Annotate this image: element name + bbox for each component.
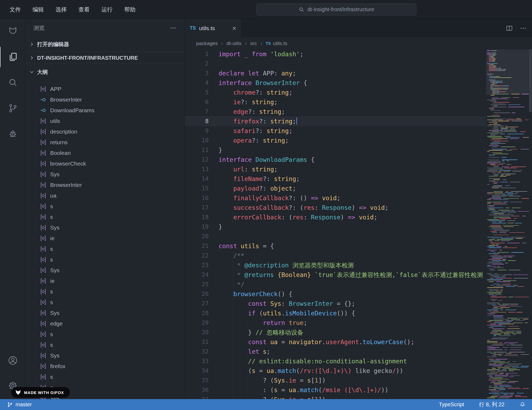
outline-item-s[interactable]: s [25, 372, 185, 382]
outline-item-browserCheck[interactable]: browserCheck [25, 158, 185, 169]
code-line-5[interactable]: 5 chrome?: string; [185, 88, 486, 97]
menu-item-5[interactable]: 帮助 [118, 0, 141, 19]
code-line-7[interactable]: 7 edge?: string; [185, 107, 486, 116]
outline-item-Sys[interactable]: Sys [25, 265, 185, 276]
code-line-24[interactable]: 24 * @returns {Boolean} `true`表示通过兼容性检测,… [185, 270, 486, 280]
code-line-30[interactable]: 30 } // 忽略移动设备 [185, 328, 486, 337]
code-line-28[interactable]: 28 if (utils.isMobileDevice()) { [185, 308, 486, 318]
outline-item-BrowserInter[interactable]: BrowserInter [25, 180, 185, 190]
outline-item-s[interactable]: s [25, 297, 185, 308]
outline-item-s[interactable]: s [25, 340, 185, 350]
outline-item-ie[interactable]: ie [25, 276, 185, 286]
outline-item-s[interactable]: s [25, 201, 185, 212]
menu-item-4[interactable]: 运行 [96, 0, 118, 19]
code-line-27[interactable]: 27 const Sys: BrowserInter = {}; [185, 299, 486, 308]
code-line-33[interactable]: 33 // eslint:disable:no-conditional-assi… [185, 356, 486, 366]
outline-item-firefox[interactable]: firefox [25, 361, 185, 372]
code-line-19[interactable]: 19} [185, 222, 486, 232]
code-line-32[interactable]: 32 let s; [185, 347, 486, 356]
code-line-15[interactable]: 15 payload?: object; [185, 184, 486, 193]
breadcrumb-item-packages[interactable]: packages [196, 41, 218, 46]
code-line-6[interactable]: 6 ie?: string; [185, 97, 486, 107]
code-line-16[interactable]: 16 finallyCallback?: () => void; [185, 193, 486, 203]
outline-item-ie[interactable]: ie [25, 233, 185, 244]
menu-item-2[interactable]: 选择 [50, 0, 73, 19]
code-line-18[interactable]: 18 errorCallback: (res: Response) => voi… [185, 212, 486, 222]
cursor-position[interactable]: 行 8, 列 22 [479, 401, 505, 408]
outline-item-returns[interactable]: returns [25, 137, 185, 148]
outline-item-edge[interactable]: edge [25, 318, 185, 329]
outline-item-Boolean[interactable]: Boolean [25, 148, 185, 158]
code-line-10[interactable]: 10 opera?: string; [185, 136, 486, 145]
outline-item-s[interactable]: s [25, 286, 185, 297]
outline-item-APP[interactable]: APP [25, 84, 185, 94]
outline-item-DownloadParams[interactable]: DownloadParams [25, 105, 185, 116]
line-number: 35 [185, 376, 219, 385]
menu-item-3[interactable]: 查看 [73, 0, 96, 19]
command-center-search[interactable]: dt-insight-front/infrastructure [256, 3, 416, 15]
account-icon[interactable] [0, 350, 25, 371]
code-line-26[interactable]: 26 browserCheck() { [185, 289, 486, 299]
section-outline[interactable]: 大纲 [25, 66, 185, 78]
outline-item-Sys[interactable]: Sys [25, 308, 185, 318]
close-tab-icon[interactable]: × [232, 25, 236, 32]
code-line-11[interactable]: 11} [185, 145, 486, 155]
tab-utils-ts[interactable]: TS utils.ts × [185, 19, 241, 37]
code-line-9[interactable]: 9 safari?: string; [185, 126, 486, 136]
code-line-25[interactable]: 25 */ [185, 280, 486, 289]
code-line-20[interactable]: 20 [185, 232, 486, 241]
outline-item-description[interactable]: description [25, 126, 185, 137]
code-line-36[interactable]: 36 : (s = ua.match(/msie ([\d\.]+)/)) [185, 385, 486, 395]
language-mode[interactable]: TypeScript [439, 401, 464, 408]
more-actions-icon[interactable] [170, 25, 177, 31]
code-line-3[interactable]: 3declare let APP: any; [185, 69, 486, 78]
code-line-4[interactable]: 4interface BrowserInter { [185, 78, 486, 88]
more-actions-icon[interactable] [520, 25, 527, 32]
outline-item-Sys[interactable]: Sys [25, 169, 185, 180]
code-line-29[interactable]: 29 return true; [185, 318, 486, 328]
branch-name[interactable]: master [15, 401, 32, 408]
code-line-31[interactable]: 31 const ua = navigator.userAgent.toLowe… [185, 337, 486, 347]
section-project[interactable]: DT-INSIGHT-FRONT/INFRASTRUCTURE [25, 52, 185, 64]
explorer-icon[interactable] [0, 47, 25, 67]
breadcrumb-item-dt-utils[interactable]: dt-utils [227, 41, 241, 46]
code-line-35[interactable]: 35 ? (Sys.ie = s[1]) [185, 376, 486, 385]
code-line-2[interactable]: 2 [185, 59, 486, 69]
scrollbar-handle[interactable] [529, 49, 532, 112]
breadcrumb-item-utils.ts[interactable]: TSutils.ts [266, 41, 287, 46]
code-line-12[interactable]: 12interface DownloadParams { [185, 155, 486, 164]
minimap[interactable] [486, 49, 529, 399]
split-editor-icon[interactable] [506, 25, 513, 32]
outline-item-ua[interactable]: ua [25, 190, 185, 201]
code-line-23[interactable]: 23 * @description 浏览器类型和版本检测 [185, 260, 486, 270]
outline-item-s[interactable]: s [25, 212, 185, 222]
code-token: } [219, 329, 255, 336]
menu-item-1[interactable]: 编辑 [27, 0, 50, 19]
code-line-1[interactable]: 1import _ from 'lodash'; [185, 49, 486, 59]
search-view-icon[interactable] [0, 72, 25, 93]
scrollbar[interactable] [529, 49, 532, 399]
notifications-bell-icon[interactable] [519, 401, 526, 408]
outline-item-BrowserInter[interactable]: BrowserInter [25, 94, 185, 105]
menu-item-0[interactable]: 文件 [4, 0, 27, 19]
code-line-13[interactable]: 13 url: string; [185, 164, 486, 174]
breadcrumb-item-src[interactable]: src [250, 41, 257, 46]
code-line-14[interactable]: 14 fileName?: string; [185, 174, 486, 184]
section-open-editors[interactable]: 打开的编辑器 [25, 38, 185, 50]
outline-item-Sys[interactable]: Sys [25, 222, 185, 233]
outline-item-s[interactable]: s [25, 254, 185, 265]
debug-icon[interactable] [0, 124, 25, 144]
outline-item-s[interactable]: s [25, 244, 185, 254]
code-line-37[interactable]: 37 ? (Sys.ie = s[1]) [185, 395, 486, 399]
outline-item-s[interactable]: s [25, 329, 185, 340]
code-line-17[interactable]: 17 successCallback?: (res: Response) => … [185, 203, 486, 212]
extension-logo-icon[interactable] [0, 21, 25, 41]
code-line-21[interactable]: 21const utils = { [185, 241, 486, 251]
code-line-34[interactable]: 34 (s = ua.match(/rv:([\d.]+)\) like gec… [185, 366, 486, 376]
outline-item-Sys[interactable]: Sys [25, 350, 185, 361]
code-line-22[interactable]: 22 /** [185, 251, 486, 260]
code-line-8[interactable]: 8 firefox?: string; [185, 116, 486, 126]
source-control-icon[interactable] [0, 98, 25, 118]
code-editor[interactable]: 1import _ from 'lodash';23declare let AP… [185, 49, 486, 399]
outline-item-utils[interactable]: utils [25, 116, 185, 126]
